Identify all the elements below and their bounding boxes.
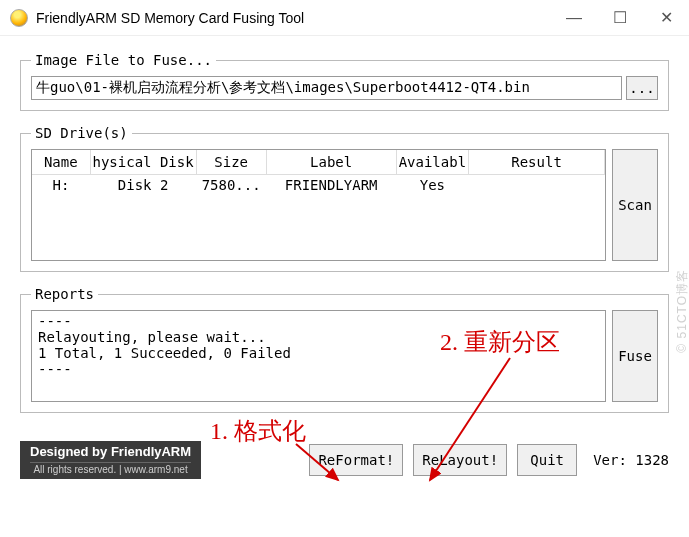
app-icon (10, 9, 28, 27)
sd-drives-legend: SD Drive(s) (31, 125, 132, 141)
reports-textarea[interactable]: ---- Relayouting, please wait... 1 Total… (31, 310, 606, 402)
window-title: FriendlyARM SD Memory Card Fusing Tool (36, 10, 551, 26)
col-size[interactable]: Size (196, 150, 266, 175)
watermark: © 51CTO博客 (675, 269, 690, 353)
col-result[interactable]: Result (469, 150, 605, 175)
maximize-button[interactable]: ☐ (597, 2, 643, 34)
col-name[interactable]: Name (32, 150, 90, 175)
col-physical-disk[interactable]: hysical Disk (90, 150, 196, 175)
bottom-bar: Designed by FriendlyARM All rights reser… (0, 437, 689, 479)
image-file-legend: Image File to Fuse... (31, 52, 216, 68)
browse-button[interactable]: ... (626, 76, 658, 100)
cell-label: FRIENDLYARM (266, 175, 396, 196)
reformat-button[interactable]: ReFormat! (309, 444, 403, 476)
col-available[interactable]: Availabl (396, 150, 468, 175)
version-label: Ver: 1328 (593, 452, 669, 468)
close-button[interactable]: ✕ (643, 2, 689, 34)
table-row[interactable]: H: Disk 2 7580... FRIENDLYARM Yes (32, 175, 605, 196)
image-file-group: Image File to Fuse... ... (20, 52, 669, 111)
cell-disk: Disk 2 (90, 175, 196, 196)
reports-legend: Reports (31, 286, 98, 302)
quit-button[interactable]: Quit (517, 444, 577, 476)
fuse-button[interactable]: Fuse (612, 310, 658, 402)
titlebar: FriendlyARM SD Memory Card Fusing Tool —… (0, 0, 689, 36)
sd-grid[interactable]: Name hysical Disk Size Label Availabl Re… (31, 149, 606, 261)
reports-group: Reports ---- Relayouting, please wait...… (20, 286, 669, 413)
col-label[interactable]: Label (266, 150, 396, 175)
designed-line2: All rights reserved. | www.arm9.net (30, 462, 191, 477)
relayout-button[interactable]: ReLayout! (413, 444, 507, 476)
cell-result (469, 175, 605, 196)
minimize-button[interactable]: — (551, 2, 597, 34)
cell-size: 7580... (196, 175, 266, 196)
designed-by-badge: Designed by FriendlyARM All rights reser… (20, 441, 201, 479)
cell-avail: Yes (396, 175, 468, 196)
table-header-row: Name hysical Disk Size Label Availabl Re… (32, 150, 605, 175)
cell-name: H: (32, 175, 90, 196)
sd-drives-group: SD Drive(s) Name hysical Disk Size Label… (20, 125, 669, 272)
window-controls: — ☐ ✕ (551, 2, 689, 34)
scan-button[interactable]: Scan (612, 149, 658, 261)
image-path-input[interactable] (31, 76, 622, 100)
designed-line1: Designed by FriendlyARM (30, 444, 191, 460)
